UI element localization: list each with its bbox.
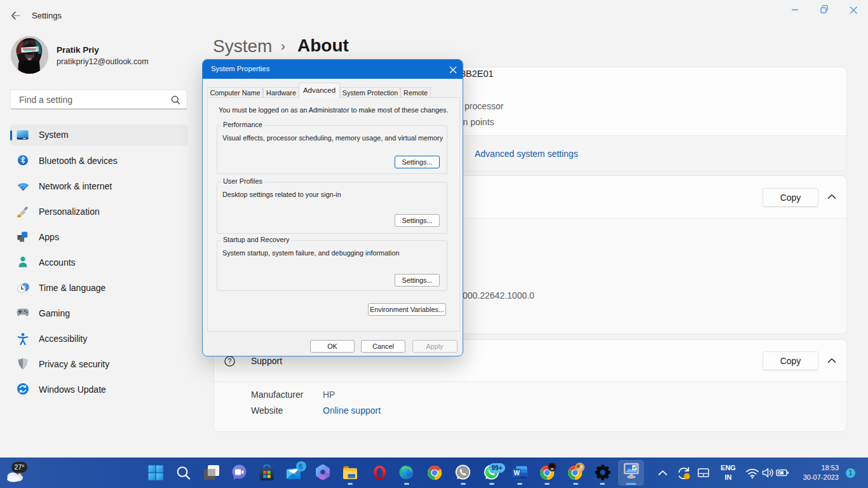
svg-text:W: W — [514, 470, 520, 477]
svg-text:?: ? — [228, 357, 232, 365]
